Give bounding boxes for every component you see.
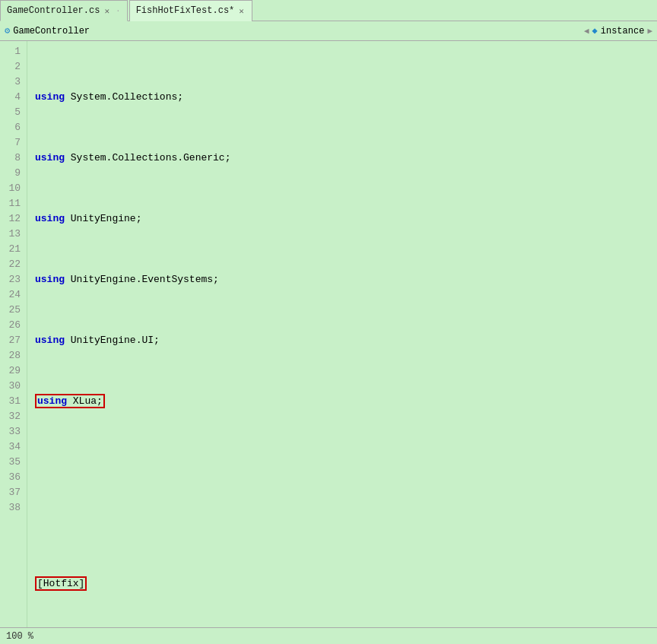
tab-fishhotfix-label: FishHotFixTest.cs* [136,5,235,16]
tab-bar: GameController.cs ✕ · FishHotFixTest.cs*… [0,0,657,21]
line-num-23: 23 [0,272,21,287]
code-line-9: [Hotfix] [35,576,657,592]
dropdown-arrow-left: ◀ [584,26,589,36]
line-numbers: 1 2 3 4 5 6 7 8 9 10 11 12 13 21 22 23 2… [0,41,27,627]
breadcrumb-bar: ⚙ GameController ◀ ◆ instance ▶ [0,21,657,41]
dropdown-arrow-right: ▶ [647,26,652,36]
code-line-4: using UnityEngine.EventSystems; [35,272,657,287]
breadcrumb-right: ◀ ◆ instance ▶ [584,25,652,36]
line-num-7: 7 [0,135,21,151]
line-num-28: 28 [0,348,21,363]
line-num-30: 30 [0,379,21,394]
member-icon: ◆ [592,25,598,36]
line-num-1: 1 [0,44,21,59]
line-num-38: 38 [0,500,21,516]
breadcrumb-member-name: instance [601,26,645,36]
csharp-icon: ⚙ [5,25,10,36]
line-num-12: 12 [0,211,21,227]
line-num-35: 35 [0,455,21,470]
line-num-9: 9 [0,166,21,181]
line-num-36: 36 [0,470,21,485]
code-line-7 [35,455,657,470]
tab-gamecontroller[interactable]: GameController.cs ✕ · [0,0,128,21]
line-num-3: 3 [0,75,21,90]
zoom-level: 100 % [6,631,33,642]
line-num-37: 37 [0,485,21,500]
code-line-3: using UnityEngine; [35,211,657,227]
breadcrumb-class-name: GameController [13,26,90,36]
line-num-6: 6 [0,120,21,135]
code-area: 1 2 3 4 5 6 7 8 9 10 11 12 13 21 22 23 2… [0,41,657,627]
breadcrumb-left: ⚙ GameController [5,25,90,36]
line-num-8: 8 [0,151,21,166]
line-num-4: 4 [0,90,21,105]
line-num-29: 29 [0,363,21,379]
line-num-21: 21 [0,242,21,257]
code-line-6: using XLua; [35,394,657,409]
status-bar: 100 % [0,627,657,644]
tab-fishhotfix-close[interactable]: ✕ [237,5,246,17]
code-line-2: using System.Collections.Generic; [35,151,657,166]
tab-fishhotfix[interactable]: FishHotFixTest.cs* ✕ [129,0,252,21]
tab-gamecontroller-close[interactable]: ✕ [103,5,111,17]
line-num-5: 5 [0,105,21,120]
line-num-34: 34 [0,439,21,455]
tab-separator: · [116,6,121,15]
line-num-24: 24 [0,287,21,303]
line-num-2: 2 [0,59,21,75]
code-line-1: using System.Collections; [35,90,657,105]
line-num-26: 26 [0,318,21,333]
line-num-11: 11 [0,196,21,211]
line-num-32: 32 [0,409,21,424]
line-num-25: 25 [0,303,21,318]
tab-gamecontroller-label: GameController.cs [7,5,100,16]
line-num-33: 33 [0,424,21,439]
code-line-5: using UnityEngine.UI; [35,333,657,348]
code-content[interactable]: using System.Collections; using System.C… [27,41,657,627]
line-num-31: 31 [0,394,21,409]
line-num-10: 10 [0,181,21,196]
code-line-8 [35,516,657,531]
line-num-13: 13 [0,227,21,242]
line-num-27: 27 [0,333,21,348]
line-num-22: 22 [0,257,21,272]
